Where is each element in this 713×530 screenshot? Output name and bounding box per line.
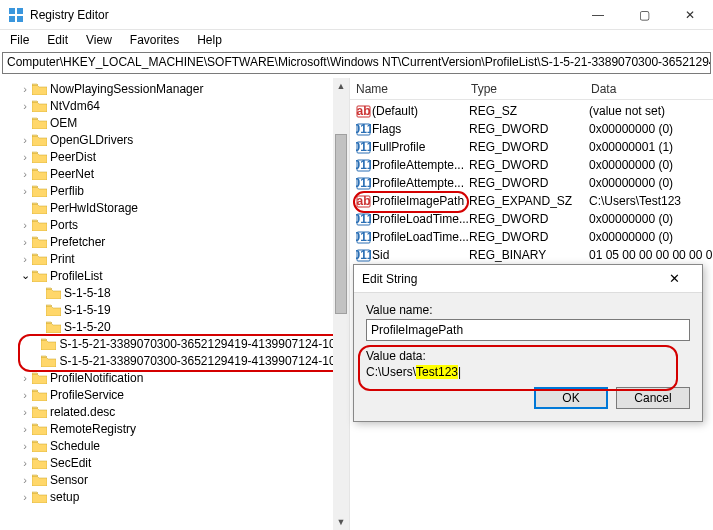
value-row[interactable]: 011FlagsREG_DWORD0x00000000 (0) [350, 120, 713, 138]
address-bar[interactable]: Computer\HKEY_LOCAL_MACHINE\SOFTWARE\Mic… [2, 52, 711, 74]
tree-node[interactable]: S-1-5-19 [0, 301, 349, 318]
app-icon [8, 7, 24, 23]
value-data-field[interactable]: C:\Users\Test123| [366, 365, 690, 379]
tree-node[interactable]: ›Prefetcher [0, 233, 349, 250]
binary-value-icon: 011 [354, 175, 372, 191]
tree-node-label: NtVdm64 [50, 99, 100, 113]
tree-node[interactable]: ⌄ProfileList [0, 267, 349, 284]
tree-node[interactable]: ›Ports [0, 216, 349, 233]
menu-view[interactable]: View [86, 33, 112, 47]
scroll-thumb[interactable] [335, 134, 347, 314]
column-headers: Name Type Data [350, 78, 713, 100]
tree-node[interactable]: ›setup [0, 488, 349, 505]
menu-help[interactable]: Help [197, 33, 222, 47]
value-row[interactable]: 011ProfileLoadTime...REG_DWORD0x00000000… [350, 228, 713, 246]
expand-icon[interactable]: › [18, 423, 32, 435]
expand-collapse-icon[interactable]: ⌄ [18, 269, 32, 282]
value-row[interactable]: abProfileImagePathREG_EXPAND_SZC:\Users\… [350, 192, 713, 210]
tree-node[interactable]: ›Sensor [0, 471, 349, 488]
tree-node[interactable]: ›ProfileNotification [0, 369, 349, 386]
value-type: REG_DWORD [469, 158, 589, 172]
tree-node[interactable]: ›Schedule [0, 437, 349, 454]
edit-string-dialog: Edit String ✕ Value name: Value data: C:… [353, 264, 703, 422]
maximize-button[interactable]: ▢ [621, 0, 667, 30]
expand-icon[interactable]: › [18, 151, 32, 163]
svg-text:ab: ab [356, 194, 370, 208]
col-name[interactable]: Name [350, 80, 465, 98]
value-data-prefix: C:\Users\ [366, 365, 416, 379]
expand-icon[interactable]: › [18, 389, 32, 401]
value-type: REG_DWORD [469, 140, 589, 154]
tree-node[interactable]: ›NtVdm64 [0, 97, 349, 114]
expand-icon[interactable]: › [18, 253, 32, 265]
tree-node[interactable]: PerHwIdStorage [0, 199, 349, 216]
tree-node[interactable]: ›RemoteRegistry [0, 420, 349, 437]
tree-node[interactable]: S-1-5-18 [0, 284, 349, 301]
tree-node[interactable]: ›Print [0, 250, 349, 267]
menu-favorites[interactable]: Favorites [130, 33, 179, 47]
svg-text:011: 011 [356, 140, 371, 154]
tree-node[interactable]: ›related.desc [0, 403, 349, 420]
value-data: 0x00000000 (0) [589, 158, 713, 172]
cancel-button[interactable]: Cancel [616, 387, 690, 409]
menu-file[interactable]: File [10, 33, 29, 47]
tree-node[interactable]: ›ProfileService [0, 386, 349, 403]
expand-icon[interactable]: › [18, 491, 32, 503]
folder-icon [46, 304, 61, 316]
value-row[interactable]: 011FullProfileREG_DWORD0x00000001 (1) [350, 138, 713, 156]
tree-node[interactable]: ›PeerNet [0, 165, 349, 182]
tree-node[interactable]: ›SecEdit [0, 454, 349, 471]
scroll-up-icon[interactable]: ▲ [333, 78, 349, 94]
col-type[interactable]: Type [465, 80, 585, 98]
value-name-field[interactable] [366, 319, 690, 341]
expand-icon[interactable]: › [18, 168, 32, 180]
tree-node-label: Perflib [50, 184, 84, 198]
tree-node[interactable]: S-1-5-20 [0, 318, 349, 335]
value-row[interactable]: ab(Default)REG_SZ(value not set) [350, 102, 713, 120]
tree-node[interactable]: S-1-5-21-3389070300-3652129419-413990712… [0, 335, 349, 352]
value-row[interactable]: 011SidREG_BINARY01 05 00 00 00 00 00 0 [350, 246, 713, 264]
tree-node[interactable]: ›OpenGLDrivers [0, 131, 349, 148]
folder-icon [32, 83, 47, 95]
expand-icon[interactable]: › [18, 219, 32, 231]
ok-button[interactable]: OK [534, 387, 608, 409]
expand-icon[interactable]: › [18, 185, 32, 197]
folder-icon [32, 202, 47, 214]
close-button[interactable]: ✕ [667, 0, 713, 30]
expand-icon[interactable]: › [18, 134, 32, 146]
value-row[interactable]: 011ProfileLoadTime...REG_DWORD0x00000000… [350, 210, 713, 228]
tree-node[interactable]: ›PeerDist [0, 148, 349, 165]
value-data: 01 05 00 00 00 00 00 0 [589, 248, 713, 262]
tree-node[interactable]: OEM [0, 114, 349, 131]
menu-edit[interactable]: Edit [47, 33, 68, 47]
col-data[interactable]: Data [585, 80, 713, 98]
value-row[interactable]: 011ProfileAttempte...REG_DWORD0x00000000… [350, 156, 713, 174]
tree-node-label: S-1-5-19 [64, 303, 111, 317]
value-row[interactable]: 011ProfileAttempte...REG_DWORD0x00000000… [350, 174, 713, 192]
folder-icon [46, 287, 61, 299]
dialog-title: Edit String [362, 272, 417, 286]
minimize-button[interactable]: — [575, 0, 621, 30]
tree-node[interactable]: ›Perflib [0, 182, 349, 199]
folder-icon [32, 270, 47, 282]
expand-icon[interactable]: › [18, 457, 32, 469]
dialog-close-button[interactable]: ✕ [654, 271, 694, 286]
scroll-down-icon[interactable]: ▼ [333, 514, 349, 530]
expand-icon[interactable]: › [18, 100, 32, 112]
expand-icon[interactable]: › [18, 474, 32, 486]
expand-icon[interactable]: › [18, 236, 32, 248]
tree-pane[interactable]: ›NowPlayingSessionManager›NtVdm64OEM›Ope… [0, 78, 350, 530]
title-bar: Registry Editor — ▢ ✕ [0, 0, 713, 30]
tree-node-label: ProfileNotification [50, 371, 143, 385]
tree-node[interactable]: ›NowPlayingSessionManager [0, 80, 349, 97]
expand-icon[interactable]: › [18, 440, 32, 452]
expand-icon[interactable]: › [18, 406, 32, 418]
tree-node-label: ProfileService [50, 388, 124, 402]
expand-icon[interactable]: › [18, 83, 32, 95]
value-name: (Default) [372, 104, 469, 118]
value-name: Flags [372, 122, 469, 136]
tree-node-label: S-1-5-18 [64, 286, 111, 300]
tree-scrollbar[interactable]: ▲ ▼ [333, 78, 349, 530]
tree-node[interactable]: S-1-5-21-3389070300-3652129419-413990712… [0, 352, 349, 369]
expand-icon[interactable]: › [18, 372, 32, 384]
